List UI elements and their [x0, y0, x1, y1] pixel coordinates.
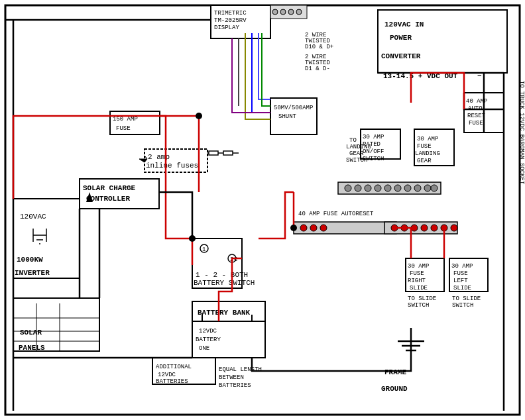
solar-ctrl-label1: SOLAR CHARGE: [83, 184, 136, 192]
svg-point-6: [288, 9, 294, 15]
svg-rect-16: [80, 179, 159, 209]
equal-length-label2: BETWEEN: [219, 374, 244, 381]
fuse-150-label1: 150 AMP: [113, 116, 138, 123]
battery-switch-label2: BATTERY SWITCH: [194, 279, 255, 287]
fuse40-ar-label3: RESET: [467, 113, 486, 119]
slide-sw-2-label1: TO SLIDE: [452, 295, 481, 302]
svg-point-38: [365, 185, 371, 191]
fuse30-lg-label3: LANDING: [415, 150, 440, 157]
shunt-label1: 50MV/500AMP: [274, 105, 313, 111]
fuse30-lg-label1: 30 AMP: [417, 136, 438, 142]
svg-point-57: [451, 225, 457, 231]
svg-point-48: [310, 225, 317, 231]
svg-point-36: [345, 185, 351, 191]
svg-point-54: [421, 225, 428, 231]
landing-gear-sw-label1: TO: [349, 137, 357, 144]
battery-switch-label: 1 - 2 - BOTH: [196, 271, 248, 279]
fuse30-lg-label4: GEAR: [417, 158, 432, 164]
svg-point-45: [431, 185, 438, 191]
frame-ground-label2: GROUND: [381, 385, 408, 393]
fuse40-autoreset-label: 40 AMP FUSE AUTORESET: [298, 211, 374, 217]
to-truck-label: TO TRUCK 12VDC BARGMAN SOCKET: [518, 81, 525, 185]
inverter-label2: INVERTER: [15, 269, 50, 277]
additional-batt-label1: ADDITIONAL: [156, 364, 192, 370]
shunt-label2: SHUNT: [278, 113, 297, 120]
inverter-voltage: 120VAC: [20, 213, 46, 221]
fuse40-ar-label4: FUSE: [469, 120, 483, 127]
battery-one: BATTERY: [196, 337, 221, 343]
wire-label-6: D1 & D-: [305, 66, 330, 72]
slide-sw-1-label1: TO SLIDE: [408, 295, 436, 302]
svg-rect-23: [13, 298, 99, 351]
power-converter-label: 120VAC IN: [384, 21, 424, 28]
wire-label-3: D10 & D+: [305, 44, 333, 50]
landing-gear-sw-label2: LANDING: [346, 144, 371, 150]
svg-point-64: [196, 113, 202, 119]
svg-point-47: [300, 225, 307, 231]
power-converter-title2: CONVERTER: [381, 52, 421, 60]
power-converter-title: POWER: [390, 34, 412, 42]
equal-length-label1: EQUAL LENGTH: [219, 366, 262, 373]
slide-sw-2-label2: SWITCH: [452, 302, 473, 309]
fuse30-ls-label3: LEFT: [453, 278, 468, 284]
slide-sw-1-label2: SWITCH: [408, 302, 429, 309]
svg-point-43: [414, 185, 421, 191]
battery-one2: ONE: [199, 345, 209, 352]
trimetric-label: TRIMETRIC: [214, 10, 247, 17]
solar-ctrl-label2: CONTROLLER: [86, 195, 130, 203]
svg-point-53: [411, 225, 418, 231]
svg-point-49: [320, 225, 327, 231]
svg-point-55: [431, 225, 438, 231]
fuse30-rs-label3: RIGHT: [408, 278, 426, 284]
frame-ground-label1: FRAME: [384, 368, 406, 376]
fuse30-ls-label2: FUSE: [453, 270, 468, 277]
additional-batt-label2: 12VDC: [158, 372, 176, 378]
battery-12vdc: 12VDC: [199, 328, 217, 335]
landing-gear-sw-label4: SWITCH: [346, 157, 367, 164]
switch-1: 1: [202, 246, 205, 253]
svg-rect-12: [223, 151, 233, 155]
inline-fuses-label2: inline fuses: [146, 162, 198, 170]
inverter-label: 1000KW: [17, 256, 43, 264]
battery-bank-label: BATTERY BANK: [198, 309, 251, 317]
solar-panels-label: SOLAR: [20, 329, 42, 337]
svg-point-66: [290, 225, 297, 231]
svg-rect-11: [209, 151, 218, 155]
switch-c: C: [234, 256, 238, 263]
svg-point-42: [404, 185, 411, 191]
fuse30-rs-label2: FUSE: [410, 270, 424, 277]
fuse30-rs-label1: 30 AMP: [408, 263, 429, 270]
svg-rect-46: [294, 222, 396, 234]
fuse30-lg-label2: FUSE: [417, 143, 432, 150]
svg-point-7: [296, 9, 302, 15]
equal-length-label3: BATTERIES: [219, 382, 251, 389]
landing-gear-sw-label3: GEAR: [349, 150, 364, 157]
svg-point-37: [355, 185, 361, 191]
fuse30-rs-label4: SLIDE: [410, 285, 428, 291]
solar-panels-label2: PANELS: [19, 344, 45, 352]
svg-point-5: [280, 9, 286, 15]
fuse30-ls-label4: SLIDE: [453, 285, 471, 291]
svg-point-39: [375, 185, 381, 191]
trimetric-display: DISPLAY: [214, 25, 239, 31]
sw30-label1: 30 AMP: [363, 134, 384, 140]
fuse-150-label2: FUSE: [116, 125, 131, 132]
svg-point-44: [424, 185, 431, 191]
fuse30-ls-label1: 30 AMP: [451, 263, 473, 270]
svg-point-4: [272, 9, 278, 15]
wiring-diagram: 120VAC IN POWER CONVERTER 13-14.5 + VDC …: [0, 0, 525, 420]
additional-batt-label3: BATTERIES: [156, 378, 188, 385]
svg-point-40: [384, 185, 391, 191]
trimetric-model: TM-2025RV: [214, 17, 247, 24]
svg-point-41: [394, 185, 401, 191]
